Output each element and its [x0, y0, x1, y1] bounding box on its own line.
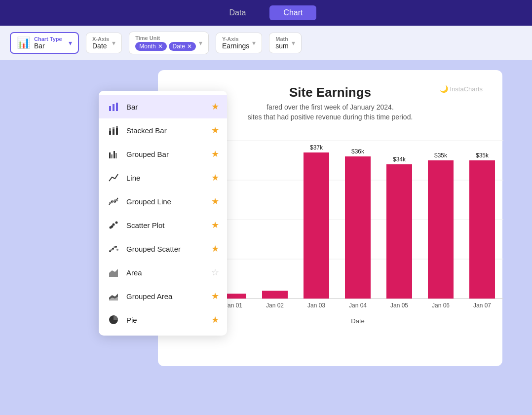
- scatter-icon: [107, 218, 120, 232]
- xaxis-value: Date: [92, 42, 107, 50]
- chart-type-value: Bar: [34, 42, 62, 50]
- svg-rect-1: [113, 104, 114, 111]
- grouped-line-label: Grouped Line: [126, 197, 205, 206]
- bar-label-jan05: $34k: [393, 156, 406, 163]
- chevron-down-icon: ▾: [69, 39, 72, 47]
- chevron-down-icon-yaxis: ▾: [252, 39, 256, 47]
- xticklabel-jan03: Jan 03: [307, 302, 325, 309]
- line-star[interactable]: ★: [211, 172, 219, 183]
- instacharts-icon: 🌙: [440, 85, 448, 93]
- xticklabel-jan06: Jan 06: [432, 302, 450, 309]
- chevron-down-icon-xaxis: ▾: [112, 39, 115, 47]
- bar-label-jan06: $35k: [434, 152, 448, 159]
- dropdown-item-grouped-scatter[interactable]: Grouped Scatter ★: [99, 237, 227, 261]
- svg-rect-11: [114, 151, 115, 158]
- xticklabel-jan02: Jan 02: [266, 302, 284, 309]
- bar-star[interactable]: ★: [211, 101, 219, 112]
- xticklabel-jan04: Jan 04: [349, 302, 367, 309]
- chart-watermark: 🌙 InstaCharts: [440, 85, 483, 93]
- stacked-bar-star[interactable]: ★: [211, 125, 219, 136]
- grouped-area-icon: [107, 289, 120, 303]
- grouped-scatter-icon: [107, 242, 120, 256]
- grouped-line-icon: [107, 194, 120, 208]
- stacked-bar-icon: [107, 123, 120, 137]
- pie-star[interactable]: ★: [211, 314, 219, 325]
- area-star[interactable]: ☆: [211, 267, 219, 278]
- svg-point-22: [116, 249, 118, 251]
- chart-type-dropdown: Bar ★ Stacked Bar ★ Grouped Bar ★ Line ★: [99, 91, 227, 336]
- dropdown-item-bar[interactable]: Bar ★: [99, 95, 227, 118]
- bar-label-jan07: $35k: [476, 152, 489, 159]
- svg-rect-0: [109, 106, 111, 111]
- svg-point-14: [113, 224, 115, 226]
- stacked-bar-label: Stacked Bar: [126, 126, 205, 135]
- main-area: Bar ★ Stacked Bar ★ Grouped Bar ★ Line ★: [0, 60, 532, 376]
- xticklabel-jan01: Jan 01: [225, 302, 242, 309]
- area-icon: [107, 265, 120, 279]
- xaxis-title: Date: [351, 317, 364, 325]
- chevron-down-icon-math: ▾: [292, 39, 295, 47]
- date-chip: Date ✕: [169, 42, 196, 51]
- dropdown-item-scatter[interactable]: Scatter Plot ★: [99, 213, 227, 237]
- bar-jan04: [345, 156, 371, 299]
- svg-marker-23: [109, 269, 118, 277]
- grouped-scatter-label: Grouped Scatter: [126, 245, 205, 253]
- bar-label: Bar: [126, 103, 205, 111]
- bar-jan07: [469, 160, 495, 299]
- area-label: Area: [126, 268, 205, 277]
- grouped-area-star[interactable]: ★: [211, 291, 219, 302]
- top-nav: Data Chart: [0, 0, 532, 26]
- svg-point-21: [114, 246, 115, 248]
- yaxis-value: Earnings: [222, 42, 249, 50]
- bar-jan06: [428, 160, 454, 299]
- svg-point-20: [111, 249, 113, 251]
- time-unit-select[interactable]: Time Unit Month ✕ Date ✕ ▾: [129, 32, 209, 54]
- bar-label-jan03: $37k: [310, 144, 323, 151]
- time-unit-label: Time Unit: [135, 35, 196, 41]
- chevron-down-icon-timeunit: ▾: [199, 39, 202, 47]
- yaxis-select[interactable]: Y-Axis Earnings ▾: [216, 33, 262, 53]
- dropdown-item-pie[interactable]: Pie ★: [99, 308, 227, 332]
- svg-rect-12: [115, 153, 117, 158]
- scatter-label: Scatter Plot: [126, 221, 205, 229]
- dropdown-item-grouped-line[interactable]: Grouped Line ★: [99, 189, 227, 213]
- svg-rect-6: [113, 127, 114, 129]
- svg-rect-3: [109, 131, 111, 135]
- scatter-star[interactable]: ★: [211, 220, 219, 230]
- chart-tab[interactable]: Chart: [269, 5, 316, 20]
- svg-rect-5: [113, 129, 114, 135]
- svg-rect-2: [116, 103, 118, 111]
- bar-label-jan04: $36k: [351, 148, 365, 155]
- dropdown-item-stacked-bar[interactable]: Stacked Bar ★: [99, 118, 227, 142]
- dropdown-item-grouped-bar[interactable]: Grouped Bar ★: [99, 142, 227, 166]
- bar-chart-svg: Earnings (sum) $0.0 $10k $20k $30k $40k: [178, 126, 513, 333]
- chart-type-label: Chart Type: [34, 36, 62, 42]
- svg-rect-7: [116, 128, 118, 135]
- chart-type-select[interactable]: 📊 Chart Type Bar ▾: [10, 32, 79, 54]
- date-chip-remove[interactable]: ✕: [187, 43, 192, 50]
- pie-label: Pie: [126, 316, 205, 324]
- pie-icon: [107, 313, 120, 327]
- dropdown-item-area[interactable]: Area ☆: [99, 261, 227, 284]
- svg-rect-9: [109, 152, 111, 158]
- xaxis-select[interactable]: X-Axis Date ▾: [86, 33, 122, 53]
- grouped-line-star[interactable]: ★: [211, 196, 219, 207]
- svg-rect-10: [111, 154, 113, 158]
- grouped-scatter-star[interactable]: ★: [211, 243, 219, 254]
- toolbar: 📊 Chart Type Bar ▾ X-Axis Date ▾ Time Un…: [0, 26, 532, 60]
- data-tab[interactable]: Data: [216, 5, 260, 20]
- grouped-bar-star[interactable]: ★: [211, 149, 219, 159]
- yaxis-label: Y-Axis: [222, 36, 249, 42]
- svg-point-17: [109, 250, 111, 252]
- xticklabel-jan05: Jan 05: [390, 302, 408, 309]
- svg-point-16: [111, 226, 114, 228]
- grouped-bar-icon: [107, 147, 120, 161]
- dropdown-item-grouped-area[interactable]: Grouped Area ★: [99, 284, 227, 308]
- xaxis-label: X-Axis: [92, 36, 109, 42]
- line-icon: [107, 171, 120, 185]
- math-select[interactable]: Math sum ▾: [269, 33, 301, 53]
- dropdown-item-line[interactable]: Line ★: [99, 166, 227, 189]
- svg-rect-8: [116, 126, 118, 128]
- grouped-bar-label: Grouped Bar: [126, 150, 205, 158]
- month-chip-remove[interactable]: ✕: [158, 43, 163, 50]
